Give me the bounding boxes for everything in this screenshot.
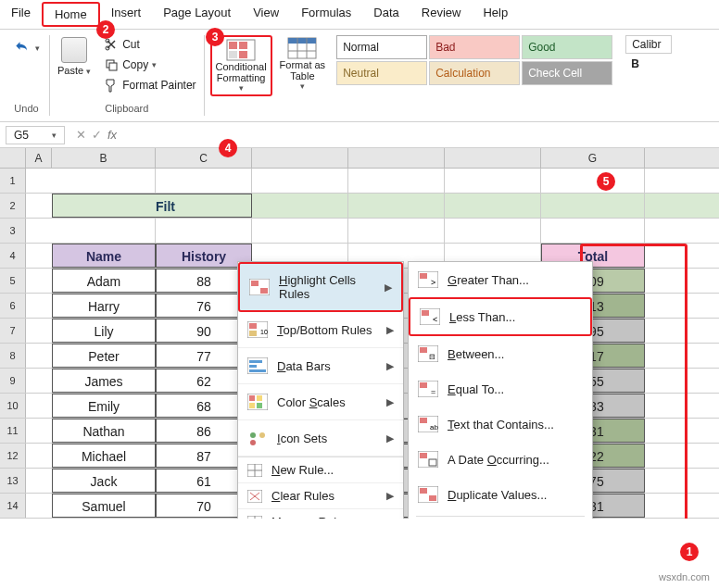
annotation-3: 3 (206, 28, 224, 46)
style-neutral[interactable]: Neutral (336, 61, 427, 85)
header-name[interactable]: Name (52, 244, 156, 268)
chevron-down-icon: ▾ (239, 83, 244, 93)
menu-greater-than[interactable]: > Greater Than... (409, 262, 592, 297)
arrow-right-icon: ▶ (386, 324, 394, 336)
menu-text-contains[interactable]: ab Text that Contains... (409, 407, 592, 442)
mi-label: Equal To... (448, 382, 583, 396)
menu-highlight-cells-rules[interactable]: Highlight Cells Rules ▶ (238, 262, 403, 312)
menu-formulas[interactable]: Formulas (290, 2, 362, 27)
confirm-icon[interactable]: ✓ (92, 128, 102, 142)
col-header-D[interactable] (252, 148, 348, 168)
row-header[interactable]: 11 (0, 419, 26, 443)
ribbon: ▾ Undo Paste ▾ Cut Copy ▾ (0, 30, 719, 122)
menu-duplicate-values[interactable]: Duplicate Values... (409, 477, 592, 512)
menu-between[interactable]: ⊟ Between... (409, 336, 592, 371)
menu-data-bars[interactable]: Data Bars ▶ (238, 348, 403, 384)
cell-name[interactable]: Nathan (52, 419, 156, 443)
menu-color-scales[interactable]: Color Scales ▶ (238, 384, 403, 420)
row-header[interactable]: 8 (0, 344, 26, 368)
font-name-box[interactable]: Calibr (625, 35, 672, 54)
col-header-B[interactable]: B (52, 148, 156, 168)
fat-label: Format as Table (280, 59, 326, 81)
icon-sets-icon (247, 430, 268, 446)
row-header[interactable]: 10 (0, 394, 26, 418)
cell-name[interactable]: James (52, 369, 156, 393)
cancel-icon[interactable]: ✕ (76, 128, 86, 142)
copy-button[interactable]: Copy ▾ (102, 56, 197, 74)
cut-label: Cut (122, 38, 140, 51)
svg-rect-8 (239, 51, 247, 58)
row-header[interactable]: 2 (0, 194, 26, 218)
cell-name[interactable]: Adam (52, 269, 156, 293)
row-header[interactable]: 6 (0, 294, 26, 318)
menu-clear-rules[interactable]: Clear Rules ▶ (238, 483, 403, 509)
menu-file[interactable]: File (0, 2, 42, 27)
undo-button[interactable]: ▾ (9, 35, 44, 61)
row-header[interactable]: 3 (0, 219, 26, 243)
row-header[interactable]: 1 (0, 169, 26, 193)
row-2: 2 Filt (0, 194, 719, 219)
menu-pagelayout[interactable]: Page Layout (152, 2, 242, 27)
chevron-down-icon: ▾ (35, 44, 40, 53)
column-headers: A B C G (0, 148, 719, 169)
formula-bar[interactable]: ✕ ✓ fx (70, 128, 117, 142)
col-header-E[interactable] (348, 148, 445, 168)
row-header[interactable]: 4 (0, 244, 26, 268)
style-good[interactable]: Good (522, 35, 612, 59)
style-checkcell[interactable]: Check Cell (522, 61, 612, 85)
name-box[interactable]: G5 ▾ (6, 126, 65, 144)
cell-name[interactable]: Samuel (52, 494, 156, 518)
col-header-C[interactable]: C (156, 148, 252, 168)
cell-name[interactable]: Michael (52, 444, 156, 468)
name-box-value: G5 (14, 129, 29, 142)
cell-name[interactable]: Emily (52, 394, 156, 418)
color-scales-icon (247, 394, 268, 410)
format-as-table-button[interactable]: Format as Table ▾ (276, 35, 330, 93)
menu-home[interactable]: Home (42, 2, 100, 27)
mi-label: Text that Contains... (448, 418, 583, 432)
bold-button[interactable]: B (625, 56, 672, 72)
format-painter-button[interactable]: Format Painter (102, 76, 197, 94)
menu-review[interactable]: Review (410, 2, 473, 27)
cell-name[interactable]: Jack (52, 469, 156, 493)
font-controls: Calibr B (616, 35, 672, 72)
menu-new-rule[interactable]: New Rule... (238, 457, 403, 483)
menu-view[interactable]: View (242, 2, 290, 27)
menu-top-bottom-rules[interactable]: 10 Top/Bottom Rules ▶ (238, 312, 403, 348)
style-calculation[interactable]: Calculation (429, 61, 520, 85)
menu-help[interactable]: Help (472, 2, 519, 27)
ribbon-group-clipboard: Paste ▾ Cut Copy ▾ Format Painter Clipbo… (50, 35, 205, 116)
row-header[interactable]: 7 (0, 319, 26, 343)
chevron-down-icon: ▾ (52, 131, 57, 140)
row-header[interactable]: 12 (0, 444, 26, 468)
cell-name[interactable]: Peter (52, 344, 156, 368)
row-3: 3 (0, 219, 719, 244)
col-header-A[interactable]: A (26, 148, 52, 168)
paste-button[interactable]: Paste ▾ (56, 35, 93, 78)
col-header-F[interactable] (445, 148, 541, 168)
row-header[interactable]: 9 (0, 369, 26, 393)
col-header-G[interactable]: G (541, 148, 645, 168)
conditional-formatting-menu: Highlight Cells Rules ▶ 10 Top/Bottom Ru… (237, 261, 404, 519)
menu-date-occurring[interactable]: A Date Occurring... (409, 442, 592, 477)
select-all-corner[interactable] (0, 148, 26, 168)
cell-name[interactable]: Lily (52, 319, 156, 343)
scissors-icon (104, 37, 119, 52)
menu-manage-rules[interactable]: Manage Rules... (238, 509, 403, 519)
style-normal[interactable]: Normal (336, 35, 427, 59)
row-header[interactable]: 13 (0, 469, 26, 493)
grid-icon (247, 516, 262, 519)
menu-equal-to[interactable]: = Equal To... (409, 371, 592, 407)
duplicate-icon (418, 486, 438, 503)
cell-styles-gallery[interactable]: Normal Bad Good Neutral Calculation Chec… (336, 35, 612, 85)
row-header[interactable]: 5 (0, 269, 26, 293)
sheet-title: Filt (156, 194, 252, 218)
cell-name[interactable]: Harry (52, 294, 156, 318)
menu-less-than[interactable]: < Less Than... (409, 297, 592, 336)
mi-label: Less Than... (449, 310, 581, 324)
cut-button[interactable]: Cut (102, 35, 197, 54)
style-bad[interactable]: Bad (429, 35, 520, 59)
row-header[interactable]: 14 (0, 494, 26, 518)
menu-icon-sets[interactable]: Icon Sets ▶ (238, 420, 403, 457)
menu-data[interactable]: Data (362, 2, 410, 27)
